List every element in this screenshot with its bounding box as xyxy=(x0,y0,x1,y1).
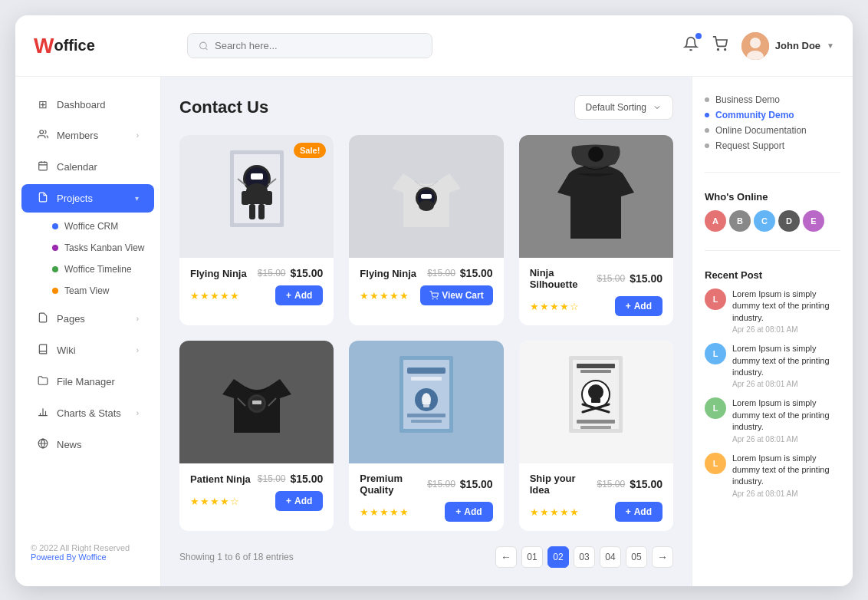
right-nav: Business Demo Community Demo Online Docu… xyxy=(705,92,840,153)
product-bottom: ★★★★★ + Add xyxy=(360,502,492,522)
product-name-row: Flying Ninja $15.00 $15.00 xyxy=(360,267,492,279)
svg-rect-39 xyxy=(252,401,261,404)
svg-rect-60 xyxy=(580,426,611,429)
svg-rect-49 xyxy=(411,420,442,423)
view-cart-button[interactable]: View Cart xyxy=(420,285,492,305)
user-info[interactable]: John Doe ▼ xyxy=(741,32,834,60)
online-avatar: D xyxy=(778,210,800,232)
svg-rect-47 xyxy=(423,404,429,407)
sidebar: ⊞ Dashboard Members › xyxy=(15,77,161,586)
product-name-row: Flying Ninja $15.00 $15.00 xyxy=(190,267,323,279)
star-rating: ★★★★★ xyxy=(530,506,580,518)
product-info: Flying Ninja $15.00 $15.00 ★★★★★ xyxy=(349,258,503,315)
footer-link[interactable]: Powered By Woffice xyxy=(31,552,107,562)
svg-point-55 xyxy=(588,384,603,400)
recent-post-title: Recent Post xyxy=(705,269,840,281)
product-card: Premium Quality $15.00 $15.00 ★★★★★ + Ad… xyxy=(349,341,503,531)
chevron-icon: › xyxy=(136,409,139,417)
product-image xyxy=(179,341,334,463)
pagination: ← 01 02 03 04 05 → xyxy=(495,546,673,568)
post-avatar: L xyxy=(705,343,726,364)
pages-icon xyxy=(37,312,49,325)
recent-post-item: L Lorem Ipsum is simply dummy text of th… xyxy=(705,397,840,443)
product-card: Flying Ninja $15.00 $15.00 ★★★★★ xyxy=(349,135,503,325)
nav-dot xyxy=(705,143,709,148)
star-rating: ★★★★☆ xyxy=(190,496,240,507)
page-02-button[interactable]: 02 xyxy=(547,546,569,568)
dot-purple xyxy=(52,245,58,251)
online-avatar: E xyxy=(803,210,824,232)
file-manager-icon xyxy=(37,375,49,388)
sidebar-item-news[interactable]: News xyxy=(21,430,154,459)
sidebar-item-members[interactable]: Members › xyxy=(21,121,154,150)
svg-rect-27 xyxy=(258,204,265,219)
product-prices: $15.00 $15.00 xyxy=(258,473,324,485)
subnav-tasks-kanban[interactable]: Tasks Kanban View xyxy=(43,237,154,259)
add-to-cart-button[interactable]: + Add xyxy=(275,491,323,511)
svg-point-36 xyxy=(588,147,603,162)
add-to-cart-button[interactable]: + Add xyxy=(615,296,663,316)
svg-rect-21 xyxy=(251,173,263,180)
page-05-button[interactable]: 05 xyxy=(626,546,647,568)
search-bar xyxy=(187,33,432,58)
product-prices: $15.00 $15.00 xyxy=(597,478,663,490)
sidebar-footer: © 2022 All Right Reserved Powered By Wof… xyxy=(15,531,160,574)
product-bottom: ★★★★★ + Add xyxy=(190,285,323,305)
subnav-woffice-crm[interactable]: Woffice CRM xyxy=(43,216,154,237)
page-04-button[interactable]: 04 xyxy=(600,546,621,568)
notifications-button[interactable] xyxy=(683,36,699,55)
svg-rect-48 xyxy=(407,414,446,417)
add-to-cart-button[interactable]: + Add xyxy=(445,502,492,522)
svg-rect-23 xyxy=(246,189,268,204)
sidebar-item-wiki[interactable]: Wiki › xyxy=(21,336,154,364)
product-name: Ninja Silhouette xyxy=(530,267,597,290)
svg-rect-53 xyxy=(580,370,611,373)
search-input[interactable] xyxy=(215,40,421,51)
post-date: Apr 26 at 08:01 AM xyxy=(732,490,840,498)
sidebar-item-pages[interactable]: Pages › xyxy=(21,305,154,333)
svg-point-2 xyxy=(725,49,726,51)
avatar xyxy=(741,32,769,60)
sidebar-item-file-manager[interactable]: File Manager xyxy=(21,368,154,396)
right-nav-community-demo[interactable]: Community Demo xyxy=(705,107,840,123)
product-illustration xyxy=(392,352,461,452)
prev-page-button[interactable]: ← xyxy=(495,546,517,568)
nav-dot xyxy=(705,128,709,133)
add-to-cart-button[interactable]: + Add xyxy=(615,502,663,522)
product-name: Patient Ninja xyxy=(190,473,251,485)
news-icon xyxy=(37,438,49,451)
product-name: Premium Quality xyxy=(360,473,427,496)
add-to-cart-button[interactable]: + Add xyxy=(275,285,323,305)
sidebar-item-dashboard[interactable]: ⊞ Dashboard xyxy=(21,91,154,118)
sidebar-item-calendar[interactable]: Calendar xyxy=(21,153,154,181)
post-avatar: L xyxy=(705,397,726,419)
dot-green xyxy=(52,266,58,272)
product-bottom: ★★★★☆ + Add xyxy=(530,296,663,316)
svg-point-4 xyxy=(750,38,761,48)
subnav-team-view[interactable]: Team View xyxy=(43,280,154,302)
cart-button[interactable] xyxy=(712,36,728,55)
whos-online-title: Who's Online xyxy=(705,191,840,203)
product-info: Premium Quality $15.00 $15.00 ★★★★★ + Ad… xyxy=(349,463,503,531)
product-info: Ninja Silhouette $15.00 $15.00 ★★★★☆ + A… xyxy=(519,258,673,325)
right-nav-business-demo[interactable]: Business Demo xyxy=(705,92,840,107)
sidebar-item-projects[interactable]: Projects ▾ xyxy=(21,184,154,213)
search-icon xyxy=(199,41,209,51)
sort-dropdown[interactable]: Default Sorting xyxy=(574,95,673,120)
sidebar-item-charts-stats[interactable]: Charts & Stats › xyxy=(21,399,154,427)
content-header: Contact Us Default Sorting xyxy=(179,95,673,120)
charts-icon xyxy=(37,407,49,420)
star-rating: ★★★★★ xyxy=(360,506,409,518)
product-prices: $15.00 $15.00 xyxy=(427,267,493,279)
post-date: Apr 26 at 08:01 AM xyxy=(732,325,840,334)
online-avatars: A B C D E xyxy=(705,210,840,232)
next-page-button[interactable]: → xyxy=(652,546,673,568)
cart-icon xyxy=(429,291,439,300)
right-nav-online-docs[interactable]: Online Documentation xyxy=(705,123,840,138)
sale-badge: Sale! xyxy=(294,143,326,158)
subnav-woffice-timeline[interactable]: Woffice Timeline xyxy=(43,259,154,280)
page-01-button[interactable]: 01 xyxy=(521,546,543,568)
right-nav-request-support[interactable]: Request Support xyxy=(705,138,840,153)
products-grid: Sale! xyxy=(179,135,673,531)
page-03-button[interactable]: 03 xyxy=(574,546,595,568)
